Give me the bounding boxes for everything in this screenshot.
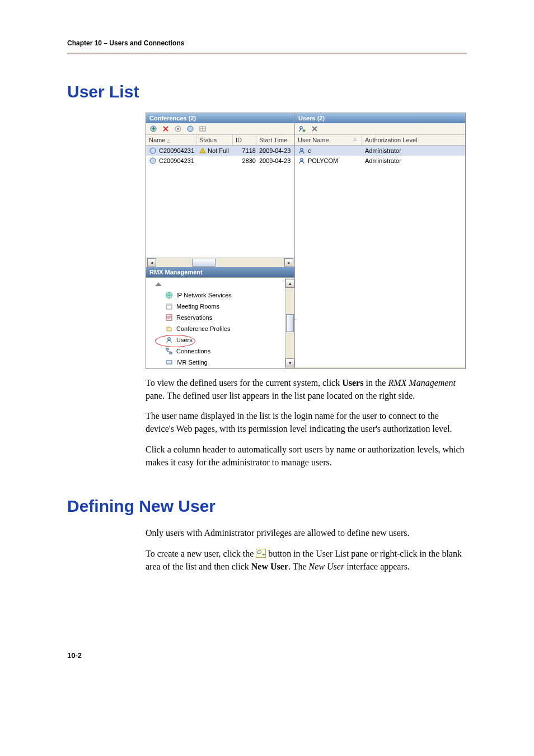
tree-item-ip-network[interactable]: IP Network Services (164, 290, 290, 301)
rmx-management-titlebar: RMX Management (146, 267, 294, 277)
tree-item-connections[interactable]: Connections (164, 346, 290, 357)
svg-rect-13 (166, 304, 172, 306)
body-para-4: Only users with Administrator privileges… (146, 527, 467, 540)
conference-icon (149, 157, 157, 165)
conferences-header-row[interactable]: Name △ Status ID Start Time (146, 135, 294, 146)
conf-name: C200904231 (157, 157, 199, 164)
layout-icon[interactable] (199, 125, 207, 133)
user-name: POLYCOM (308, 157, 338, 164)
profile-icon (165, 325, 173, 333)
rmx-tree: IP Network Services Meeting Rooms Reserv… (146, 277, 294, 368)
section-title-user-list: User List (67, 82, 467, 101)
conferences-body: C200904231 Not Full 7118 2009-04-23 C200… (146, 146, 294, 258)
users-header-row[interactable]: User Name △ Authorization Level (295, 135, 465, 146)
tree-item-reservations[interactable]: Reservations (164, 312, 290, 323)
svg-point-7 (150, 148, 156, 153)
calendar-icon (165, 302, 173, 310)
reservation-icon (165, 314, 173, 321)
svg-rect-9 (202, 152, 203, 152)
conf-status: Not Full (208, 147, 229, 154)
col-name[interactable]: Name △ (146, 135, 196, 145)
conferences-titlebar: Conferences (2) (146, 113, 294, 123)
scroll-right-button[interactable]: ▸ (284, 258, 293, 267)
body-para-5: To create a new user, click the button i… (146, 548, 467, 573)
chapter-heading: Chapter 10 – Users and Connections (67, 39, 467, 47)
conference-row[interactable]: C200904231 Not Full 7118 2009-04-23 (146, 146, 294, 156)
conference-settings-icon[interactable] (174, 125, 182, 133)
users-toolbar (295, 123, 465, 135)
svg-point-22 (301, 148, 303, 151)
conf-start: 2009-04-23 (259, 147, 292, 154)
col-id[interactable]: ID (233, 135, 256, 145)
tree-item-conf-profiles[interactable]: Conference Profiles (164, 323, 290, 334)
h-scrollbar[interactable]: ◂ ▸ (146, 258, 294, 267)
body-para-3: Click a column header to automatically s… (146, 444, 467, 469)
body-para-1: To view the defined users for the curren… (146, 377, 467, 402)
users-body: c Administrator POLYCOM Administrator (295, 146, 465, 367)
refresh-conference-icon[interactable] (186, 125, 194, 133)
user-icon (298, 157, 306, 165)
svg-rect-16 (166, 348, 168, 350)
connection-icon (165, 347, 173, 355)
new-user-icon[interactable] (298, 125, 306, 133)
warning-icon (199, 147, 206, 154)
conf-name: C200904231 (157, 147, 199, 154)
conf-id: 2830 (236, 157, 259, 164)
v-scrollbar[interactable]: ▴ ▾ (285, 278, 294, 368)
screenshot: Conferences (2) (146, 113, 466, 369)
sort-icon: △ (353, 137, 357, 142)
user-icon (298, 147, 306, 155)
ivr-icon (165, 358, 173, 366)
svg-point-23 (301, 158, 303, 161)
tree-item-ivr[interactable]: IVR Setting (164, 357, 290, 368)
section-title-defining-new-user: Defining New User (67, 497, 467, 516)
users-titlebar: Users (2) (295, 113, 465, 123)
conf-start: 2009-04-23 (259, 157, 292, 164)
body-para-2: The user name displayed in the list is t… (146, 410, 467, 435)
conferences-toolbar (146, 123, 294, 135)
user-row[interactable]: c Administrator (295, 146, 465, 156)
highlight-circle (155, 335, 195, 347)
svg-point-2 (177, 128, 179, 130)
tree-item-meeting-rooms[interactable]: Meeting Rooms (164, 301, 290, 312)
svg-point-21 (300, 127, 302, 129)
new-user-inline-icon (256, 549, 266, 558)
new-conference-icon[interactable] (149, 125, 157, 133)
delete-conference-icon[interactable] (162, 125, 170, 133)
delete-user-icon[interactable] (311, 125, 318, 133)
scroll-up-button[interactable]: ▴ (285, 279, 294, 288)
divider (67, 53, 467, 54)
col-status[interactable]: Status (196, 135, 233, 145)
col-start[interactable]: Start Time (256, 135, 294, 145)
svg-point-3 (188, 126, 193, 132)
scroll-down-button[interactable]: ▾ (285, 358, 294, 367)
globe-icon (165, 291, 173, 299)
collapse-toggle-icon[interactable] (155, 282, 162, 286)
svg-rect-17 (170, 352, 172, 354)
page-number: 10-2 (67, 651, 467, 660)
user-row[interactable]: POLYCOM Administrator (295, 156, 465, 166)
user-name: c (308, 147, 311, 154)
sort-icon: △ (167, 138, 170, 143)
conference-icon (149, 147, 157, 155)
scroll-thumb[interactable] (192, 259, 216, 267)
conference-row[interactable]: C200904231 2830 2009-04-23 (146, 156, 294, 166)
svg-rect-18 (166, 361, 172, 364)
scroll-left-button[interactable]: ◂ (147, 258, 156, 267)
user-level: Administrator (365, 157, 462, 164)
user-level: Administrator (365, 147, 462, 154)
col-username[interactable]: User Name △ (295, 135, 362, 145)
scroll-thumb[interactable] (286, 314, 294, 332)
svg-point-10 (150, 158, 156, 164)
conf-id: 7118 (236, 147, 259, 154)
col-authlevel[interactable]: Authorization Level (362, 135, 465, 145)
